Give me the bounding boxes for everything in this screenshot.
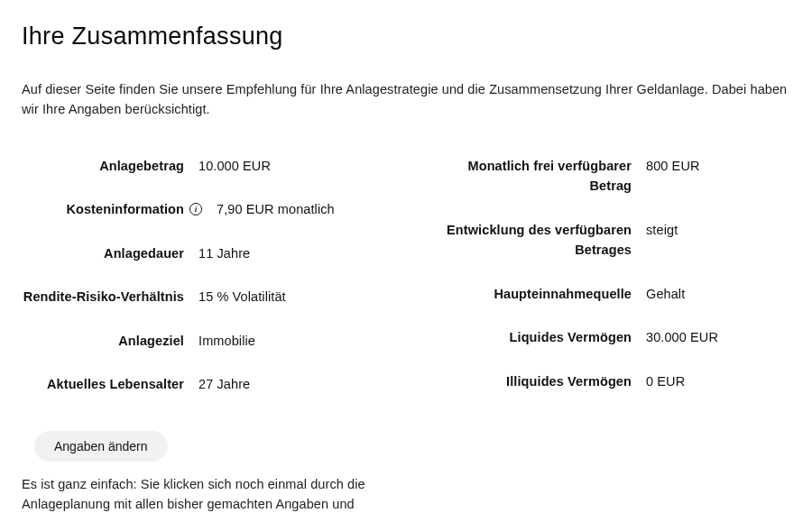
row-anlagedauer: Anlagedauer 11 Jahre xyxy=(22,243,388,263)
edit-button[interactable]: Angaben ändern xyxy=(34,431,168,462)
value-illiquides: 0 EUR xyxy=(646,371,790,391)
row-anlagebetrag: Anlagebetrag 10.000 EUR xyxy=(22,156,388,176)
label-kosteninformation: Kosteninformation xyxy=(66,199,184,219)
row-illiquides: Illiquides Vermögen 0 EUR xyxy=(424,371,790,391)
right-column: Monatlich frei verfügbarer Betrag 800 EU… xyxy=(424,156,790,395)
label-anlageziel: Anlageziel xyxy=(22,331,184,351)
label-liquides: Liquides Vermögen xyxy=(424,327,632,347)
row-liquides: Liquides Vermögen 30.000 EUR xyxy=(424,327,790,347)
row-anlageziel: Anlageziel Immobilie xyxy=(22,331,388,351)
summary-columns: Anlagebetrag 10.000 EUR Kosteninformatio… xyxy=(22,156,790,395)
label-haupteinnahme: Haupteinnahmequelle xyxy=(424,284,632,304)
row-lebensalter: Aktuelles Lebensalter 27 Jahre xyxy=(22,374,388,394)
row-rendite-risiko: Rendite-Risiko-Verhältnis 15 % Volatilit… xyxy=(22,287,388,307)
value-anlagedauer: 11 Jahre xyxy=(198,243,388,263)
info-icon[interactable]: i xyxy=(189,203,202,215)
value-anlagebetrag: 10.000 EUR xyxy=(198,156,388,176)
value-kosteninformation: 7,90 EUR monatlich xyxy=(217,199,388,219)
label-illiquides: Illiquides Vermögen xyxy=(424,371,632,391)
value-lebensalter: 27 Jahre xyxy=(198,374,388,394)
value-anlageziel: Immobilie xyxy=(198,331,388,351)
row-kosteninformation: Kosteninformation i 7,90 EUR monatlich xyxy=(22,199,388,219)
row-monatlich-frei: Monatlich frei verfügbarer Betrag 800 EU… xyxy=(424,156,790,197)
row-haupteinnahme: Haupteinnahmequelle Gehalt xyxy=(424,284,790,304)
label-anlagedauer: Anlagedauer xyxy=(22,243,184,263)
value-rendite-risiko: 15 % Volatilität xyxy=(198,287,388,307)
value-entwicklung: steigt xyxy=(646,220,790,240)
row-entwicklung: Entwicklung des verfügba­ren Betrages st… xyxy=(424,220,790,261)
value-haupteinnahme: Gehalt xyxy=(646,284,790,304)
intro-text: Auf dieser Seite finden Sie unsere Empfe… xyxy=(22,79,790,120)
edit-hint: Es ist ganz einfach: Sie klicken sich no… xyxy=(22,474,401,513)
footer: Angaben ändern Es ist ganz einfach: Sie … xyxy=(22,431,401,513)
label-anlagebetrag: Anlagebetrag xyxy=(22,156,184,176)
label-rendite-risiko: Rendite-Risiko-Verhältnis xyxy=(22,287,184,307)
label-lebensalter: Aktuelles Lebensalter xyxy=(22,374,184,394)
value-monatlich-frei: 800 EUR xyxy=(646,156,790,176)
page-title: Ihre Zusammenfassung xyxy=(22,18,790,56)
value-liquides: 30.000 EUR xyxy=(646,327,790,347)
left-column: Anlagebetrag 10.000 EUR Kosteninformatio… xyxy=(22,156,388,395)
label-monatlich-frei: Monatlich frei verfügbarer Betrag xyxy=(424,156,632,197)
label-entwicklung: Entwicklung des verfügba­ren Betrages xyxy=(424,220,632,261)
